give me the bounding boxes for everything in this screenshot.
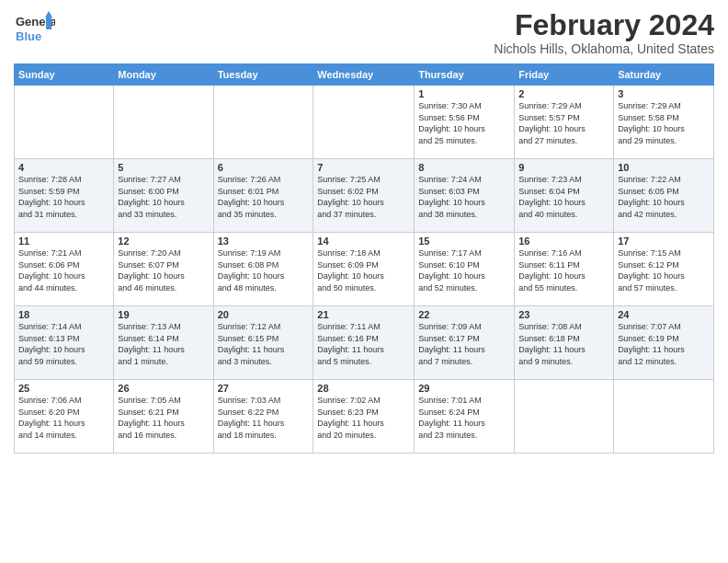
day-number: 2 (518, 88, 609, 99)
day-info: Sunrise: 7:13 AMSunset: 6:14 PMDaylight:… (118, 321, 209, 367)
day-number: 1 (418, 88, 510, 99)
day-number: 7 (317, 162, 410, 173)
calendar-week-row: 11Sunrise: 7:21 AMSunset: 6:06 PMDayligh… (15, 233, 714, 306)
header-sunday: Sunday (15, 64, 114, 86)
day-info: Sunrise: 7:24 AMSunset: 6:03 PMDaylight:… (418, 174, 510, 220)
day-number: 24 (618, 309, 710, 320)
day-number: 23 (518, 309, 609, 320)
day-info: Sunrise: 7:22 AMSunset: 6:05 PMDaylight:… (618, 174, 710, 220)
header: General Blue February 2024 Nichols Hills… (14, 9, 714, 56)
day-info: Sunrise: 7:03 AMSunset: 6:22 PMDaylight:… (218, 395, 310, 441)
table-row: 8Sunrise: 7:24 AMSunset: 6:03 PMDaylight… (415, 159, 515, 233)
day-info: Sunrise: 7:25 AMSunset: 6:02 PMDaylight:… (317, 174, 410, 220)
table-row: 27Sunrise: 7:03 AMSunset: 6:22 PMDayligh… (213, 380, 313, 454)
table-row: 22Sunrise: 7:09 AMSunset: 6:17 PMDayligh… (415, 306, 515, 380)
day-info: Sunrise: 7:09 AMSunset: 6:17 PMDaylight:… (418, 321, 510, 367)
table-row: 17Sunrise: 7:15 AMSunset: 6:12 PMDayligh… (614, 233, 714, 306)
day-number: 13 (218, 236, 310, 247)
table-row: 29Sunrise: 7:01 AMSunset: 6:24 PMDayligh… (415, 380, 515, 454)
day-number: 26 (118, 383, 209, 394)
day-info: Sunrise: 7:06 AMSunset: 6:20 PMDaylight:… (18, 395, 109, 441)
table-row: 1Sunrise: 7:30 AMSunset: 5:56 PMDaylight… (415, 86, 515, 159)
day-info: Sunrise: 7:02 AMSunset: 6:23 PMDaylight:… (317, 395, 410, 441)
day-number: 8 (418, 162, 510, 173)
day-number: 12 (118, 236, 209, 247)
location-subtitle: Nichols Hills, Oklahoma, United States (494, 41, 714, 56)
day-info: Sunrise: 7:07 AMSunset: 6:19 PMDaylight:… (618, 321, 710, 367)
day-number: 19 (118, 309, 209, 320)
table-row: 21Sunrise: 7:11 AMSunset: 6:16 PMDayligh… (313, 306, 415, 380)
day-info: Sunrise: 7:26 AMSunset: 6:01 PMDaylight:… (218, 174, 310, 220)
day-info: Sunrise: 7:01 AMSunset: 6:24 PMDaylight:… (418, 395, 510, 441)
table-row: 6Sunrise: 7:26 AMSunset: 6:01 PMDaylight… (213, 159, 313, 233)
table-row: 10Sunrise: 7:22 AMSunset: 6:05 PMDayligh… (614, 159, 714, 233)
day-number: 5 (118, 162, 209, 173)
table-row: 13Sunrise: 7:19 AMSunset: 6:08 PMDayligh… (213, 233, 313, 306)
table-row: 23Sunrise: 7:08 AMSunset: 6:18 PMDayligh… (515, 306, 614, 380)
page-title: February 2024 (494, 9, 714, 41)
day-info: Sunrise: 7:15 AMSunset: 6:12 PMDaylight:… (618, 247, 710, 293)
table-row (313, 86, 415, 159)
day-number: 20 (218, 309, 310, 320)
day-info: Sunrise: 7:17 AMSunset: 6:10 PMDaylight:… (418, 247, 510, 293)
svg-text:Blue: Blue (16, 29, 41, 43)
header-tuesday: Tuesday (213, 64, 313, 86)
day-info: Sunrise: 7:18 AMSunset: 6:09 PMDaylight:… (317, 247, 410, 293)
day-number: 25 (18, 383, 109, 394)
table-row (614, 380, 714, 454)
table-row: 20Sunrise: 7:12 AMSunset: 6:15 PMDayligh… (213, 306, 313, 380)
day-info: Sunrise: 7:14 AMSunset: 6:13 PMDaylight:… (18, 321, 109, 367)
table-row: 24Sunrise: 7:07 AMSunset: 6:19 PMDayligh… (614, 306, 714, 380)
day-info: Sunrise: 7:20 AMSunset: 6:07 PMDaylight:… (118, 247, 209, 293)
calendar-header-row: Sunday Monday Tuesday Wednesday Thursday… (15, 64, 714, 86)
day-info: Sunrise: 7:05 AMSunset: 6:21 PMDaylight:… (118, 395, 209, 441)
day-info: Sunrise: 7:30 AMSunset: 5:56 PMDaylight:… (418, 100, 510, 146)
table-row: 11Sunrise: 7:21 AMSunset: 6:06 PMDayligh… (15, 233, 114, 306)
calendar-week-row: 1Sunrise: 7:30 AMSunset: 5:56 PMDaylight… (15, 86, 714, 159)
header-monday: Monday (114, 64, 213, 86)
table-row: 15Sunrise: 7:17 AMSunset: 6:10 PMDayligh… (415, 233, 515, 306)
table-row: 14Sunrise: 7:18 AMSunset: 6:09 PMDayligh… (313, 233, 415, 306)
table-row: 2Sunrise: 7:29 AMSunset: 5:57 PMDaylight… (515, 86, 614, 159)
day-number: 14 (317, 236, 410, 247)
day-number: 29 (418, 383, 510, 394)
day-info: Sunrise: 7:23 AMSunset: 6:04 PMDaylight:… (518, 174, 609, 220)
day-info: Sunrise: 7:16 AMSunset: 6:11 PMDaylight:… (518, 247, 609, 293)
table-row: 25Sunrise: 7:06 AMSunset: 6:20 PMDayligh… (15, 380, 114, 454)
table-row (114, 86, 213, 159)
main-container: General Blue February 2024 Nichols Hills… (0, 0, 728, 458)
table-row: 3Sunrise: 7:29 AMSunset: 5:58 PMDaylight… (614, 86, 714, 159)
header-saturday: Saturday (614, 64, 714, 86)
table-row: 9Sunrise: 7:23 AMSunset: 6:04 PMDaylight… (515, 159, 614, 233)
day-number: 11 (18, 236, 109, 247)
day-info: Sunrise: 7:27 AMSunset: 6:00 PMDaylight:… (118, 174, 209, 220)
day-info: Sunrise: 7:29 AMSunset: 5:57 PMDaylight:… (518, 100, 609, 146)
day-info: Sunrise: 7:21 AMSunset: 6:06 PMDaylight:… (18, 247, 109, 293)
table-row: 28Sunrise: 7:02 AMSunset: 6:23 PMDayligh… (313, 380, 415, 454)
table-row: 12Sunrise: 7:20 AMSunset: 6:07 PMDayligh… (114, 233, 213, 306)
calendar-week-row: 25Sunrise: 7:06 AMSunset: 6:20 PMDayligh… (15, 380, 714, 454)
day-info: Sunrise: 7:08 AMSunset: 6:18 PMDaylight:… (518, 321, 609, 367)
day-number: 17 (618, 236, 710, 247)
calendar-week-row: 18Sunrise: 7:14 AMSunset: 6:13 PMDayligh… (15, 306, 714, 380)
table-row: 7Sunrise: 7:25 AMSunset: 6:02 PMDaylight… (313, 159, 415, 233)
header-thursday: Thursday (415, 64, 515, 86)
day-number: 27 (218, 383, 310, 394)
day-number: 4 (18, 162, 109, 173)
day-info: Sunrise: 7:29 AMSunset: 5:58 PMDaylight:… (618, 100, 710, 146)
table-row (515, 380, 614, 454)
table-row: 16Sunrise: 7:16 AMSunset: 6:11 PMDayligh… (515, 233, 614, 306)
day-number: 22 (418, 309, 510, 320)
day-number: 28 (317, 383, 410, 394)
header-wednesday: Wednesday (313, 64, 415, 86)
day-number: 21 (317, 309, 410, 320)
day-number: 6 (218, 162, 310, 173)
day-number: 16 (518, 236, 609, 247)
table-row: 4Sunrise: 7:28 AMSunset: 5:59 PMDaylight… (15, 159, 114, 233)
table-row (213, 86, 313, 159)
day-number: 9 (518, 162, 609, 173)
day-info: Sunrise: 7:19 AMSunset: 6:08 PMDaylight:… (218, 247, 310, 293)
table-row: 19Sunrise: 7:13 AMSunset: 6:14 PMDayligh… (114, 306, 213, 380)
day-number: 10 (618, 162, 710, 173)
title-section: February 2024 Nichols Hills, Oklahoma, U… (494, 9, 714, 56)
